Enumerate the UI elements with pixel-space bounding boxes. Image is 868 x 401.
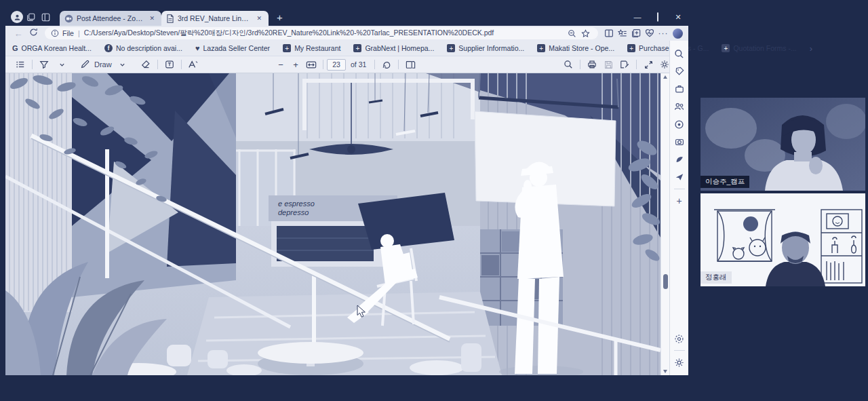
save-as-icon[interactable] <box>616 60 633 69</box>
scroll-thumb[interactable] <box>663 274 668 289</box>
sidebar-settings-gear-icon[interactable] <box>671 354 688 371</box>
zoom-in-button[interactable]: + <box>288 60 303 70</box>
draw-dropdown-chevron[interactable] <box>115 62 131 68</box>
profile-avatar[interactable] <box>11 11 23 23</box>
participant-2-name: 정홍래 <box>701 271 732 284</box>
info-icon <box>51 29 59 37</box>
bookmark-facebook[interactable]: fNo description avai... <box>104 44 182 52</box>
bookmark-favicon: + <box>537 44 545 52</box>
bookmarks-overflow-chevron[interactable]: › <box>810 43 812 54</box>
pdf-page-render[interactable]: e espresso depresso <box>5 73 660 375</box>
sidebar-badge-icon[interactable] <box>671 330 688 347</box>
minimize-button[interactable]: — <box>627 13 648 21</box>
tab-label: Post Attendee - Zoom <box>77 14 144 22</box>
bookmark-favicon: + <box>722 44 730 52</box>
tab-post-attendee-zoom[interactable]: Post Attendee - Zoom ✕ <box>60 11 161 26</box>
video-participant-1[interactable]: 이승주_캠프 <box>701 98 865 191</box>
sidebar-search-icon[interactable] <box>671 45 688 62</box>
standing-person-silhouette <box>515 161 564 374</box>
scheme-label: File <box>62 29 74 37</box>
sidebar-camera-icon[interactable] <box>671 133 688 151</box>
cafe-sign-line1: e espresso <box>278 199 315 208</box>
sidebar-tools-icon[interactable] <box>671 80 688 98</box>
video-participant-2[interactable]: 정홍래 <box>701 193 865 286</box>
highlighter-dropdown-chevron[interactable] <box>54 62 70 68</box>
page-view-icon[interactable] <box>402 60 418 69</box>
fullscreen-icon[interactable] <box>640 60 656 69</box>
browser-window: Post Attendee - Zoom ✕ 3rd REV_Nature Li… <box>5 8 688 375</box>
fit-to-width-icon[interactable] <box>303 60 319 69</box>
bookmark-favicon: + <box>283 44 291 52</box>
bookmark-supplier-info[interactable]: +Supplier Informatio... <box>447 44 524 52</box>
favorite-star-icon[interactable] <box>578 29 592 38</box>
back-button[interactable]: ← <box>11 28 26 39</box>
bookmark-my-restaurant[interactable]: +My Restaurant <box>283 44 340 52</box>
participant-1-name: 이승주_캠프 <box>701 176 749 188</box>
sidebar-shopping-tag-icon[interactable] <box>671 62 688 80</box>
copilot-icon[interactable] <box>673 28 683 39</box>
tab-close-icon[interactable]: ✕ <box>254 14 264 22</box>
bookmarks-bar: GORGA Korean Healt... fNo description av… <box>5 41 669 56</box>
cafe-sign-line2: depresso <box>278 208 309 216</box>
close-button[interactable]: ✕ <box>668 13 688 22</box>
bookmark-purchase-orders[interactable]: +Purchase orders - G... <box>627 44 709 52</box>
bookmark-lazada[interactable]: ♥Lazada Seller Center <box>195 44 270 52</box>
bookmark-favicon: + <box>447 44 455 52</box>
text-selection-icon[interactable] <box>161 60 178 69</box>
draw-pen-icon[interactable] <box>77 60 93 69</box>
pdf-zoom-page-controls: − + of 31 <box>273 59 418 71</box>
draw-label[interactable]: Draw <box>94 60 112 69</box>
heart-icon: ♥ <box>195 44 200 52</box>
url-field[interactable]: File | C:/Users/Aya/Desktop/Steven/팔락%20… <box>45 27 598 39</box>
scroll-up-arrow[interactable] <box>663 75 667 79</box>
sidebar-designer-icon[interactable] <box>671 151 688 168</box>
rotate-icon[interactable] <box>378 60 395 69</box>
bookmark-favicon: G <box>12 44 18 52</box>
tab-close-icon[interactable]: ✕ <box>147 14 157 22</box>
pdf-toolbar: Draw − + of 31 <box>5 56 669 73</box>
scroll-down-arrow[interactable] <box>663 370 667 373</box>
bookmark-favicon: + <box>353 44 361 52</box>
pdf-scrollbar[interactable] <box>660 73 669 375</box>
tab-pdf-presentation[interactable]: 3rd REV_Nature Link - Tarlac_PRE ✕ <box>161 11 269 26</box>
zoom-out-button[interactable]: − <box>273 60 288 70</box>
table-of-contents-icon[interactable] <box>12 60 28 69</box>
bookmark-makati-store[interactable]: +Makati Store - Ope... <box>537 44 614 52</box>
favorites-bar-icon[interactable] <box>616 28 629 38</box>
url-text: C:/Users/Aya/Desktop/Steven/팔락%20매장/디자인/… <box>84 28 565 38</box>
tab-label: 3rd REV_Nature Link - Tarlac_PRE <box>178 14 251 22</box>
tab-actions-icon[interactable] <box>38 10 53 24</box>
restore-icon <box>657 12 658 22</box>
eraser-icon[interactable] <box>138 60 154 69</box>
new-tab-button[interactable]: + <box>277 12 283 23</box>
refresh-button[interactable] <box>26 28 41 39</box>
person-icon <box>14 14 21 21</box>
sidebar-games-icon[interactable] <box>671 115 688 133</box>
url-separator: | <box>78 29 80 37</box>
sidebar-add-button[interactable]: + <box>671 192 688 210</box>
browser-essentials-icon[interactable] <box>643 28 656 38</box>
geometric-mural <box>72 73 236 297</box>
pdf-content-area: e espresso depresso <box>5 73 688 375</box>
sidebar-divider <box>674 189 685 189</box>
more-menu-icon[interactable]: ··· <box>656 28 670 38</box>
zoom-out-page-icon[interactable] <box>565 29 578 38</box>
pdf-toolbar-right <box>560 60 673 69</box>
bookmark-quotation-forms[interactable]: +Quotation Forms -... <box>722 44 796 52</box>
highlighter-icon[interactable] <box>36 60 52 69</box>
print-icon[interactable] <box>584 60 600 69</box>
sidebar-drop-plane-icon[interactable] <box>671 168 688 186</box>
edge-sidebar: + <box>669 41 688 375</box>
sidebar-people-icon[interactable] <box>671 98 688 115</box>
split-screen-icon[interactable] <box>602 28 616 38</box>
tab-bar: Post Attendee - Zoom ✕ 3rd REV_Nature Li… <box>5 8 688 26</box>
collections-icon[interactable] <box>629 28 643 38</box>
read-aloud-icon[interactable] <box>185 60 201 69</box>
bookmark-orga[interactable]: GORGA Korean Healt... <box>12 44 92 52</box>
page-number-input[interactable] <box>327 59 346 71</box>
workspaces-icon[interactable] <box>23 10 38 24</box>
facebook-icon: f <box>104 44 113 52</box>
restore-button[interactable] <box>648 13 668 21</box>
bookmark-grabnext[interactable]: +GrabNext | Homepa... <box>353 44 434 52</box>
search-document-icon[interactable] <box>560 60 576 69</box>
